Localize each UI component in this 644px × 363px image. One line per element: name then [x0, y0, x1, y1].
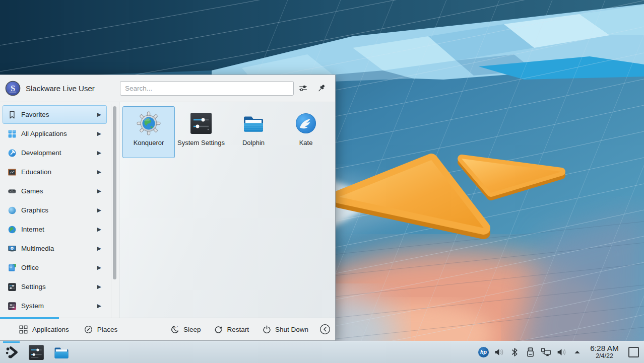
sidebar-item-office[interactable]: Office ▶	[3, 258, 107, 277]
sidebar-item-label: Graphics	[21, 206, 97, 214]
display-connector-icon[interactable]	[540, 346, 552, 358]
sidebar-item-label: Internet	[21, 226, 97, 233]
user-name: Slackware Live User	[26, 84, 95, 93]
clock-date: 2/4/22	[590, 353, 619, 360]
submenu-arrow-icon: ▶	[97, 130, 102, 137]
session-label: Shut Down	[275, 326, 308, 333]
sidebar-scrollbar-track	[111, 104, 111, 318]
shutdown-icon	[262, 325, 272, 334]
pin-button[interactable]	[312, 81, 330, 96]
tray-expand-arrow-icon[interactable]	[571, 346, 583, 358]
taskbar-item-dolphin[interactable]	[53, 344, 70, 361]
shutdown-button[interactable]: Shut Down	[262, 325, 308, 334]
sidebar-item-label: All Applications	[21, 130, 97, 137]
system-tray: hp	[478, 344, 644, 359]
app-item-kate[interactable]: Kate	[280, 106, 332, 158]
sidebar-item-label: Games	[21, 187, 97, 195]
sidebar-item-multimedia[interactable]: Multimedia ▶	[3, 239, 107, 258]
launcher-icon	[5, 345, 20, 360]
app-label: Kate	[299, 139, 313, 147]
app-grid: Konqueror	[119, 102, 335, 318]
system-settings-icon	[28, 344, 45, 361]
sidebar-item-label: Office	[21, 264, 97, 271]
app-label: Konqueror	[134, 139, 164, 147]
active-task-indicator	[3, 341, 20, 343]
audio-volume-icon[interactable]	[493, 346, 505, 358]
sidebar-item-development[interactable]: Development ▶	[3, 143, 107, 162]
filter-sliders-icon	[298, 83, 308, 94]
education-icon	[8, 168, 17, 177]
sidebar-scrollbar-thumb[interactable]	[113, 106, 116, 279]
show-desktop-button[interactable]	[628, 347, 639, 357]
submenu-arrow-icon: ▶	[97, 207, 102, 213]
sidebar-item-education[interactable]: Education ▶	[3, 163, 107, 181]
desktop: S Slackware Live User	[0, 0, 644, 363]
app-item-dolphin[interactable]: Dolphin	[227, 106, 280, 158]
session-label: Sleep	[183, 326, 201, 333]
user-button[interactable]: S Slackware Live User	[5, 81, 95, 96]
sidebar-item-system[interactable]: System ▶	[3, 297, 107, 315]
sidebar-item-internet[interactable]: Internet ▶	[3, 220, 107, 239]
games-icon	[8, 187, 17, 196]
sidebar-item-settings[interactable]: Settings ▶	[3, 277, 107, 296]
sidebar-item-games[interactable]: Games ▶	[3, 182, 107, 200]
audio-volume-icon[interactable]	[556, 346, 567, 358]
development-icon	[8, 149, 17, 158]
dolphin-icon	[241, 111, 266, 135]
submenu-arrow-icon: ▶	[97, 245, 102, 252]
sidebar-item-graphics[interactable]: Graphics ▶	[3, 201, 107, 220]
restart-icon	[214, 325, 223, 334]
submenu-arrow-icon: ▶	[97, 188, 102, 194]
menu-footer: Applications Places z z Sleep	[0, 318, 335, 340]
configure-button[interactable]	[294, 81, 312, 96]
svg-text:z: z	[177, 325, 178, 328]
sleep-button[interactable]: z z Sleep	[170, 325, 201, 334]
restart-button[interactable]: Restart	[214, 325, 249, 334]
app-label: Dolphin	[242, 139, 265, 147]
search-input[interactable]	[120, 81, 294, 96]
pin-icon	[316, 83, 327, 94]
sidebar-item-label: Development	[21, 149, 97, 157]
sidebar-item-label: System	[21, 302, 97, 310]
office-icon	[8, 263, 17, 272]
dolphin-icon	[53, 344, 70, 361]
collapse-session-button[interactable]	[319, 324, 331, 335]
chevron-left-circle-icon	[319, 324, 331, 335]
internet-icon	[8, 225, 17, 234]
session-label: Restart	[227, 326, 249, 333]
submenu-arrow-icon: ▶	[97, 169, 102, 175]
clock-time: 6:28 AM	[590, 344, 619, 353]
places-compass-icon	[84, 325, 93, 334]
submenu-arrow-icon: ▶	[97, 150, 102, 156]
multimedia-icon	[8, 244, 17, 253]
app-item-system-settings[interactable]: System Settings	[175, 106, 227, 158]
graphics-icon	[8, 206, 17, 215]
tab-places[interactable]: Places	[84, 325, 118, 334]
app-item-konqueror[interactable]: Konqueror	[122, 106, 175, 158]
user-avatar: S	[5, 81, 21, 96]
kate-icon	[294, 111, 318, 135]
all-applications-icon	[8, 129, 17, 138]
hp-logo[interactable]: hp	[478, 346, 489, 358]
tab-applications[interactable]: Applications	[19, 325, 69, 334]
submenu-arrow-icon: ▶	[97, 283, 102, 290]
removable-device-icon[interactable]	[525, 346, 536, 358]
tab-label: Places	[97, 326, 118, 333]
taskbar-item-system-settings[interactable]	[28, 344, 45, 361]
svg-text:S: S	[11, 84, 15, 93]
sidebar-item-favorites[interactable]: Favorites ▶	[3, 105, 107, 124]
sleep-icon: z z	[170, 325, 180, 334]
settings-icon	[8, 282, 17, 292]
sidebar-item-label: Settings	[21, 283, 97, 291]
sidebar-item-all-applications[interactable]: All Applications ▶	[3, 124, 107, 143]
bluetooth-icon[interactable]	[509, 346, 521, 358]
app-label: System Settings	[177, 139, 225, 147]
system-icon	[8, 302, 17, 311]
application-launcher-menu: S Slackware Live User	[0, 75, 336, 341]
favorites-icon	[8, 110, 17, 119]
clock[interactable]: 6:28 AM 2/4/22	[590, 344, 619, 359]
application-launcher-button[interactable]	[5, 345, 20, 360]
applications-grid-icon	[19, 325, 28, 334]
submenu-arrow-icon: ▶	[97, 226, 102, 233]
system-settings-icon	[189, 111, 213, 135]
